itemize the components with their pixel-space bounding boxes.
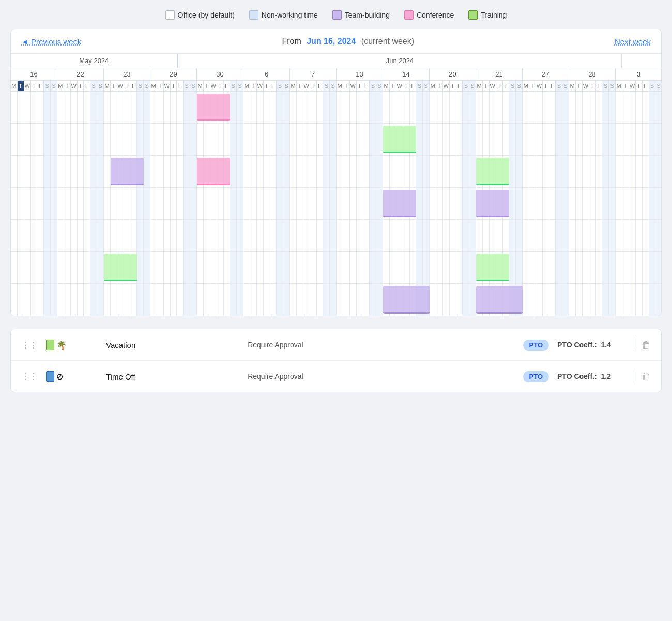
grid-cell-2-9 xyxy=(71,156,78,187)
grid-cell-0-12 xyxy=(90,92,97,123)
grid-cell-4-53 xyxy=(363,220,370,251)
grid-cell-6-11 xyxy=(84,284,90,316)
grid-cell-6-51 xyxy=(350,284,357,316)
grid-cell-1-41 xyxy=(283,124,290,155)
divider-vacation xyxy=(633,339,633,351)
delete-timeoff-button[interactable]: 🗑 xyxy=(642,371,651,382)
grid-cell-3-19 xyxy=(137,188,144,219)
grid-cell-0-76 xyxy=(516,92,523,123)
grid-cell-2-64 xyxy=(436,156,443,187)
grid-cell-4-16 xyxy=(117,220,124,251)
grid-cell-0-78 xyxy=(529,92,536,123)
grid-cell-3-44 xyxy=(303,188,310,219)
grid-cell-3-45 xyxy=(310,188,317,219)
grid-cell-4-80 xyxy=(543,220,549,251)
grid-cell-5-55 xyxy=(376,252,383,283)
grid-cell-4-89 xyxy=(602,220,609,251)
prev-week-button[interactable]: ◄ Previous week xyxy=(21,37,82,46)
grid-cell-6-33 xyxy=(230,284,237,316)
grid-cell-1-93 xyxy=(629,124,636,155)
grid-cell-5-37 xyxy=(257,252,264,283)
grid-cell-0-88 xyxy=(596,92,603,123)
grid-cell-2-27 xyxy=(190,156,197,187)
grid-cell-3-50 xyxy=(343,188,350,219)
grid-cell-5-7 xyxy=(57,252,64,283)
grid-cell-1-6 xyxy=(51,124,57,155)
drag-handle-vacation[interactable]: ⋮⋮ xyxy=(21,340,38,350)
grid-cell-5-40 xyxy=(277,252,283,283)
grid-cell-6-13 xyxy=(97,284,104,316)
grid-cell-0-95 xyxy=(643,92,649,123)
grid-cell-2-45 xyxy=(310,156,317,187)
grid-cell-3-43 xyxy=(297,188,303,219)
grid-cell-0-48 xyxy=(330,92,337,123)
grid-cell-6-24 xyxy=(171,284,177,316)
grid-cell-2-33 xyxy=(230,156,237,187)
grid-cell-0-42 xyxy=(290,92,297,123)
grid-cell-2-95 xyxy=(643,156,649,187)
grid-cell-6-90 xyxy=(609,284,616,316)
grid-cell-2-54 xyxy=(370,156,376,187)
grid-cell-6-28 xyxy=(197,284,204,316)
grid-cell-2-40 xyxy=(277,156,283,187)
grid-cell-2-86 xyxy=(583,156,589,187)
grid-cell-5-94 xyxy=(636,252,643,283)
grid-cell-3-25 xyxy=(177,188,184,219)
event-teambuilding-row3 xyxy=(476,190,509,217)
grid-cell-4-36 xyxy=(250,220,257,251)
grid-cell-3-89 xyxy=(602,188,609,219)
grid-cell-5-52 xyxy=(357,252,363,283)
grid-cell-3-27 xyxy=(190,188,197,219)
day-cell-74: F xyxy=(503,81,510,91)
grid-cell-5-9 xyxy=(71,252,78,283)
grid-cell-3-15 xyxy=(111,188,117,219)
grid-cell-4-5 xyxy=(44,220,51,251)
grid-cell-0-3 xyxy=(31,92,38,123)
day-cell-43: T xyxy=(297,81,303,91)
grid-cell-0-47 xyxy=(323,92,330,123)
grid-cell-4-70 xyxy=(476,220,483,251)
delete-vacation-button[interactable]: 🗑 xyxy=(642,340,651,351)
grid-cell-0-52 xyxy=(357,92,363,123)
grid-cell-5-97 xyxy=(655,252,661,283)
grid-cell-1-38 xyxy=(264,124,270,155)
grid-cell-2-13 xyxy=(97,156,104,187)
next-week-button[interactable]: Next week xyxy=(615,37,651,46)
grid-cell-5-23 xyxy=(164,252,171,283)
grid-cell-5-27 xyxy=(190,252,197,283)
grid-cell-0-46 xyxy=(317,92,324,123)
grid-cell-0-66 xyxy=(450,92,456,123)
grid-cell-6-0 xyxy=(11,284,18,316)
current-date[interactable]: Jun 16, 2024 xyxy=(307,37,356,46)
grid-cell-5-48 xyxy=(330,252,337,283)
grid-row-0 xyxy=(11,92,661,124)
grid-cell-3-62 xyxy=(423,188,430,219)
grid-cell-0-74 xyxy=(503,92,510,123)
grid-cell-5-42 xyxy=(290,252,297,283)
grid-cell-4-61 xyxy=(416,220,423,251)
grid-cell-3-88 xyxy=(596,188,603,219)
grid-cell-4-73 xyxy=(496,220,503,251)
grid-cell-4-72 xyxy=(490,220,496,251)
grid-cell-6-54 xyxy=(370,284,376,316)
grid-cell-5-69 xyxy=(469,252,476,283)
week-cell-30: 30 xyxy=(197,68,243,80)
grid-cell-2-65 xyxy=(443,156,450,187)
grid-cell-1-31 xyxy=(217,124,224,155)
grid-cell-0-17 xyxy=(124,92,131,123)
grid-cell-2-68 xyxy=(463,156,469,187)
grid-cell-2-58 xyxy=(396,156,403,187)
day-cell-38: T xyxy=(264,81,270,91)
grid-cell-3-11 xyxy=(84,188,90,219)
grid-cell-4-71 xyxy=(483,220,490,251)
grid-cell-2-25 xyxy=(177,156,184,187)
day-cell-95: F xyxy=(643,81,649,91)
grid-cell-4-45 xyxy=(310,220,317,251)
week-cell-28: 28 xyxy=(569,68,616,80)
day-cell-86: W xyxy=(583,81,589,91)
day-cell-2: W xyxy=(24,81,31,91)
drag-handle-timeoff[interactable]: ⋮⋮ xyxy=(21,372,38,382)
grid-cell-3-20 xyxy=(144,188,150,219)
grid-cell-1-4 xyxy=(37,124,44,155)
grid-cell-1-20 xyxy=(144,124,150,155)
